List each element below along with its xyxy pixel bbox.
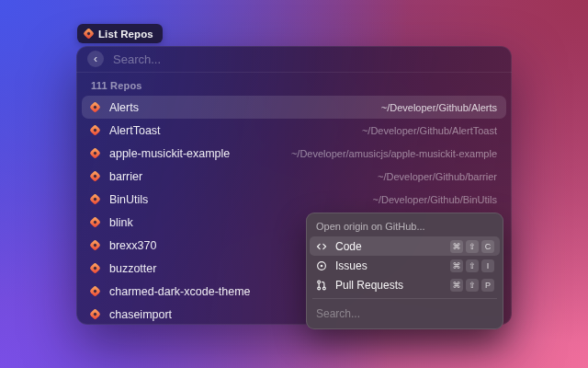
repo-path: ~/Developer/Github/BinUtils (373, 194, 497, 205)
repo-name: barrier (109, 170, 142, 183)
repo-name: apple-musickit-example (109, 147, 230, 160)
repo-list-item[interactable]: AlertToast ~/Developer/Github/AlertToast (82, 119, 506, 142)
repo-list-item[interactable]: BinUtils ~/Developer/Github/BinUtils (82, 188, 506, 211)
repo-diamond-icon (89, 262, 101, 274)
repo-diamond-icon (89, 216, 101, 228)
code-icon (315, 241, 328, 252)
extension-badge-label: List Repos (98, 29, 153, 40)
repo-name: AlertToast (109, 124, 161, 137)
action-label: Issues (335, 259, 368, 272)
action-menu-items: Code ⌘⇧C Issues ⌘⇧I Pull Requests ⌘⇧P (310, 236, 500, 294)
shortcut-key: C (481, 240, 494, 253)
repo-path: ~/Developer/Github/barrier (378, 171, 497, 182)
pull-request-icon (315, 280, 328, 291)
search-input[interactable] (113, 52, 501, 66)
shortcut-keys: ⌘⇧I (450, 259, 494, 272)
action-label: Pull Requests (335, 279, 403, 292)
shortcut-keys: ⌘⇧C (450, 240, 494, 253)
shortcut-keys: ⌘⇧P (450, 279, 494, 292)
repo-diamond-icon (89, 101, 101, 113)
action-menu: Open origin on GitHub... Code ⌘⇧C Issues… (306, 213, 503, 329)
action-menu-title: Open origin on GitHub... (310, 216, 500, 236)
repo-diamond-icon (89, 170, 101, 182)
shortcut-key: I (481, 259, 494, 272)
issue-icon (315, 260, 328, 271)
repo-list-item[interactable]: Alerts ~/Developer/Github/Alerts (82, 96, 506, 119)
action-menu-item[interactable]: Issues ⌘⇧I (310, 256, 500, 275)
action-menu-search-input[interactable] (310, 303, 500, 326)
repo-diamond-icon (89, 285, 101, 297)
repo-diamond-icon (89, 239, 101, 251)
shortcut-key: ⌘ (450, 240, 463, 253)
menu-divider (312, 298, 497, 299)
repo-diamond-icon (89, 124, 101, 136)
repo-diamond-icon (89, 308, 101, 320)
repo-path: ~/Developer/Github/Alerts (381, 102, 497, 113)
action-menu-item[interactable]: Code ⌘⇧C (310, 236, 500, 256)
desktop-background: List Repos ‹ 111 Repos Alerts ~/Develope… (0, 0, 588, 368)
shortcut-key: ⌘ (450, 259, 463, 272)
repo-name: chaseimport (109, 308, 172, 321)
repo-path: ~/Developer/Github/AlertToast (362, 125, 497, 136)
action-menu-item[interactable]: Pull Requests ⌘⇧P (310, 275, 500, 294)
repo-diamond-icon (89, 147, 101, 159)
repo-name: blink (109, 216, 133, 229)
repo-list-item[interactable]: apple-musickit-example ~/Developer/amusi… (82, 142, 506, 165)
repo-name: charmed-dark-xcode-theme (109, 285, 251, 298)
repo-list-item[interactable]: barrier ~/Developer/Github/barrier (82, 165, 506, 188)
back-button[interactable]: ‹ (87, 51, 104, 67)
section-header: 111 Repos (76, 73, 512, 96)
shortcut-key: ⌘ (450, 279, 463, 292)
action-label: Code (335, 240, 362, 253)
extension-badge[interactable]: List Repos (77, 24, 163, 43)
search-bar: ‹ (76, 46, 512, 73)
repo-name: BinUtils (109, 193, 148, 206)
repo-diamond-icon (89, 193, 101, 205)
repo-name: brexx370 (109, 239, 156, 252)
shortcut-key: ⇧ (466, 259, 479, 272)
shortcut-key: ⇧ (466, 279, 479, 292)
repo-name: Alerts (109, 101, 139, 114)
shortcut-key: P (481, 279, 494, 292)
repo-diamond-icon (83, 28, 95, 40)
shortcut-key: ⇧ (466, 240, 479, 253)
chevron-left-icon: ‹ (94, 53, 97, 64)
repo-name: buzzotter (109, 262, 156, 275)
repo-path: ~/Developer/amusicjs/apple-musickit-exam… (291, 148, 497, 159)
